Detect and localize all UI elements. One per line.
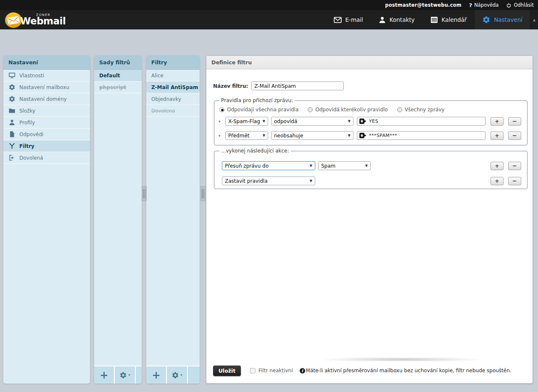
remove-action-button[interactable]: −: [508, 177, 521, 185]
chevron-up-icon: ▲: [533, 18, 535, 22]
list-item-label: Alice: [151, 73, 164, 79]
footer-note-text: Máte-li aktivní přesměrování mailboxu be…: [306, 368, 512, 374]
logout-label: Odhlásit: [514, 2, 534, 8]
add-action-button[interactable]: +: [491, 162, 504, 170]
actions-fieldset: ...vykonej následující akce: Přesuň zprá…: [214, 148, 527, 189]
add-filter-set-button[interactable]: +: [94, 366, 115, 384]
nav-item-calendar[interactable]: Kalendář: [422, 10, 475, 29]
chevron-down-icon: ▼: [348, 119, 351, 123]
nav-item-contacts[interactable]: Kontakty: [371, 10, 422, 29]
gear-icon: [171, 371, 179, 379]
save-button[interactable]: Uložit: [213, 366, 241, 376]
rule-field-select[interactable]: Předmět ▼: [225, 131, 268, 140]
action-select[interactable]: Zastavit pravidla ▼: [222, 176, 315, 185]
main-nav: E-mail Kontakty Kalendář: [326, 10, 538, 29]
radio-match-all-messages[interactable]: Všechny zprávy: [397, 107, 445, 113]
add-rule-button[interactable]: +: [491, 132, 504, 140]
logout-link[interactable]: Odhlásit: [506, 2, 534, 8]
rule-value-input[interactable]: YES: [357, 117, 485, 126]
rule-field-select[interactable]: X-Spam-Flag ▼: [225, 117, 268, 126]
sidebar-item-odpovedi[interactable]: Odpovědi: [3, 129, 90, 140]
add-action-button[interactable]: +: [491, 177, 504, 185]
radio-match-any[interactable]: Odpovídá kterékoliv pravidlo: [308, 107, 388, 113]
sidebar-item-dovolena[interactable]: Dovolená: [3, 152, 90, 164]
action-row-buttons: + −: [491, 177, 522, 185]
gear-icon: [8, 84, 16, 91]
rule-row-buttons: + −: [491, 132, 522, 140]
rule-value-input[interactable]: ***SPAM***: [357, 131, 485, 140]
filter-set-item-default[interactable]: Default: [94, 70, 142, 82]
rule-row: ▾ Předmět ▼ neobsahuje ▼ ***SPAM***: [219, 131, 522, 140]
nav-item-settings[interactable]: Nastavení: [474, 10, 530, 29]
action-row: Přesuň zprávu do ▼ Spam ▼ + −: [219, 161, 522, 170]
settings-menu-title: Nastavení: [3, 55, 90, 70]
collapse-icon[interactable]: ▾: [219, 119, 225, 124]
rule-row-buttons: + −: [491, 117, 522, 126]
filter-set-item-phpscript[interactable]: phpscript: [94, 82, 142, 93]
chevron-down-icon: ▼: [348, 134, 351, 137]
action-select[interactable]: Přesuň zprávu do ▼: [222, 161, 315, 170]
topbar: postmaster@testwebu.com ? Nápověda Odhlá…: [0, 0, 538, 10]
sidebar-item-filtry[interactable]: Filtry: [3, 140, 90, 152]
user-email: postmaster@testwebu.com: [385, 2, 462, 8]
monitor-icon: [8, 72, 16, 79]
help-link[interactable]: ? Nápověda: [469, 2, 498, 8]
filters-toolbar: + ▾: [146, 366, 200, 384]
navbar-collapse-button[interactable]: ▲: [530, 10, 538, 29]
filters-empty-area: [146, 117, 200, 366]
plus-icon: +: [152, 369, 160, 381]
gear-icon: [482, 16, 491, 24]
filter-item-zmail-antispam[interactable]: Z-Mail AntiSpam: [146, 82, 200, 93]
filter-item-dovolena[interactable]: Dovolena: [146, 105, 200, 117]
radio-match-all[interactable]: Odpovídají všechna pravidla: [219, 107, 298, 113]
filters-title: Filtry: [146, 55, 200, 70]
rules-legend: Pravidla pro příchozí zprávu:: [219, 97, 295, 103]
envelope-icon: [333, 16, 342, 24]
radio-icon: [308, 107, 313, 112]
rule-value-text: ***SPAM***: [369, 133, 397, 138]
wildcard-icon[interactable]: [359, 118, 367, 124]
remove-rule-button[interactable]: −: [508, 117, 521, 126]
nav-label: Kalendář: [442, 16, 467, 23]
sidebar-item-label: Nastavení mailboxu: [19, 84, 69, 90]
list-item-label: phpscript: [99, 84, 126, 90]
rule-operator-select[interactable]: odpovídá ▼: [271, 117, 353, 126]
filter-item-alice[interactable]: Alice: [146, 70, 200, 82]
remove-action-button[interactable]: −: [508, 162, 521, 170]
filter-editor-panel: Definice filtru Název filtru: Pravidla p…: [206, 55, 533, 384]
nav-label: Nastavení: [494, 16, 522, 23]
filter-sets-title: Sady filtrů: [94, 55, 142, 70]
filters-panel: Filtry Alice Z-Mail AntiSpam Objednavky …: [146, 55, 200, 384]
person-icon: [378, 16, 386, 24]
rule-operator-select[interactable]: neobsahuje ▼: [271, 131, 353, 140]
column-splitter-1[interactable]: [142, 186, 147, 201]
nav-item-email[interactable]: E-mail: [326, 10, 371, 29]
sidebar-item-nastaveni-domeny[interactable]: Nastavení domény: [3, 93, 90, 105]
filter-name-input[interactable]: [251, 82, 344, 90]
remove-rule-button[interactable]: −: [508, 132, 521, 140]
sidebar-item-nastaveni-mailboxu[interactable]: Nastavení mailboxu: [3, 82, 90, 93]
filter-icon: [8, 142, 16, 150]
add-rule-button[interactable]: +: [491, 117, 504, 126]
action-target-select[interactable]: Spam ▼: [318, 161, 371, 170]
add-filter-button[interactable]: +: [146, 366, 167, 384]
filter-item-objednavky[interactable]: Objednavky: [146, 93, 200, 105]
sidebar-item-vlastnosti[interactable]: Vlastnosti: [3, 70, 90, 82]
rules-fieldset: Pravidla pro příchozí zprávu: Odpovídají…: [214, 97, 527, 145]
filter-name-row: Název filtru:: [212, 82, 527, 90]
filter-set-actions-button[interactable]: ▾: [115, 366, 136, 384]
webmail-logo-text: ZONER Webmail: [20, 13, 66, 26]
sidebar-item-slozky[interactable]: Složky: [3, 105, 90, 117]
editor-spacer: [212, 189, 527, 358]
filter-actions-button[interactable]: ▾: [167, 366, 188, 384]
filter-sets-toolbar: + ▾: [94, 366, 142, 384]
radio-icon: [219, 107, 224, 112]
sidebar-item-profily[interactable]: Profily: [3, 117, 90, 129]
filter-inactive-checkbox[interactable]: [250, 368, 256, 374]
footer-shadow: [288, 358, 515, 361]
collapse-icon[interactable]: ▾: [219, 134, 225, 138]
person-icon: [8, 119, 16, 126]
wildcard-icon[interactable]: [359, 133, 367, 138]
column-splitter-2[interactable]: [200, 186, 206, 201]
editor-footer: Uložit Filtr neaktivní i Máte-li aktivní…: [212, 363, 527, 383]
